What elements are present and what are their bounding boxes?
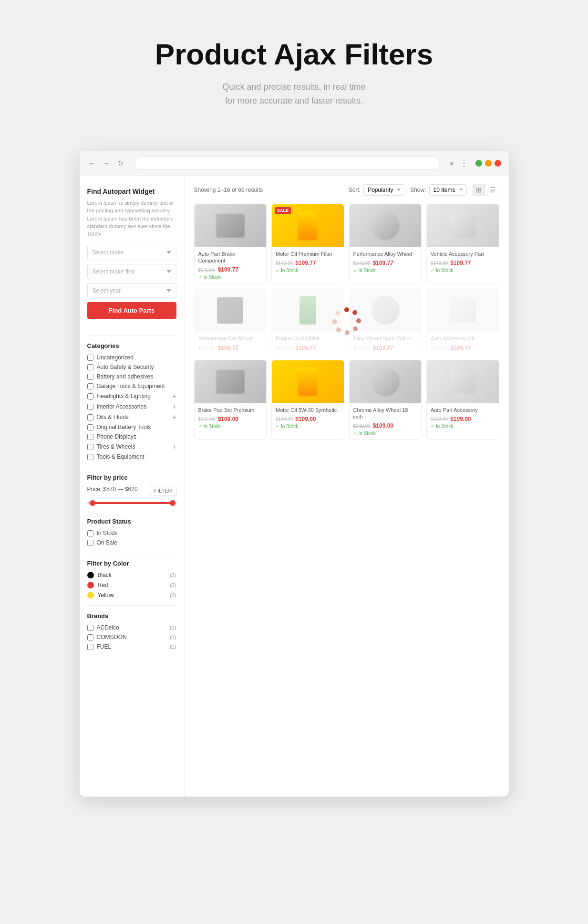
color-red-label: Red bbox=[98, 582, 108, 588]
categories-title: Categories bbox=[87, 342, 176, 349]
status-in-stock: In Stock bbox=[87, 530, 176, 536]
minimize-button[interactable] bbox=[485, 160, 492, 167]
category-garage-checkbox[interactable] bbox=[87, 383, 93, 389]
sort-controls: Sort: Popularity bbox=[349, 184, 404, 196]
hero-title: Product Ajax Filters bbox=[10, 38, 578, 71]
stock-status: In Stock bbox=[353, 430, 418, 436]
product-status-section: Product Status In Stock On Sale bbox=[87, 518, 176, 546]
sort-select[interactable]: Popularity bbox=[363, 184, 404, 196]
brand-comsoon-checkbox[interactable] bbox=[87, 634, 93, 640]
list-view-icon: ☰ bbox=[490, 186, 496, 194]
svg-point-0 bbox=[344, 307, 349, 312]
category-headlights-checkbox[interactable] bbox=[87, 393, 93, 399]
new-price: $109.77 bbox=[450, 345, 471, 351]
expand-tires-icon[interactable]: + bbox=[172, 443, 176, 451]
category-uncategorized-checkbox[interactable] bbox=[87, 355, 93, 361]
brand-acdelco-checkbox[interactable] bbox=[87, 625, 93, 631]
grid-view-button[interactable]: ⊞ bbox=[473, 184, 485, 196]
old-price: $142.00 bbox=[431, 345, 448, 350]
address-bar[interactable] bbox=[134, 157, 440, 170]
category-auto-safety-checkbox[interactable] bbox=[87, 364, 93, 370]
browser-window: ← → ↻ ★ ⋮ Find Autopart Widget Lorem Ips… bbox=[80, 151, 509, 797]
product-image bbox=[350, 360, 422, 403]
brand-comsoon: COMSOON (1) bbox=[87, 634, 176, 640]
products-grid-row1: Auto Part Brake Component $142.00 $109.7… bbox=[194, 204, 499, 284]
category-interior: Interior Accessories + bbox=[87, 403, 176, 410]
product-card: Chrome Alloy Wheel 18 inch $149.00 $109.… bbox=[349, 360, 422, 440]
category-oils-checkbox[interactable] bbox=[87, 414, 93, 420]
product-thumbnail bbox=[450, 214, 476, 238]
select-year-dropdown[interactable]: Select year bbox=[87, 283, 176, 298]
color-swatch-yellow[interactable] bbox=[87, 592, 94, 598]
old-price: $142.00 bbox=[431, 261, 448, 266]
expand-oils-icon[interactable]: + bbox=[172, 413, 176, 421]
price-slider-thumb-left[interactable] bbox=[90, 500, 95, 506]
svg-point-1 bbox=[352, 310, 357, 315]
product-name: Motor Oil 5W-30 Synthetic bbox=[276, 407, 340, 413]
brand-fuel-checkbox[interactable] bbox=[87, 644, 93, 650]
product-price: $142.00 $109.00 bbox=[198, 416, 263, 422]
loading-spinner bbox=[330, 305, 363, 338]
product-price: $142.00 $109.77 bbox=[276, 345, 340, 351]
status-in-stock-checkbox[interactable] bbox=[87, 530, 93, 536]
new-price: $109.00 bbox=[295, 416, 316, 422]
color-yellow: Yellow (2) bbox=[87, 592, 176, 598]
show-label: Show: bbox=[410, 187, 426, 193]
show-controls: Show: 10 Items bbox=[410, 184, 466, 196]
category-uncategorized: Uncategorized bbox=[87, 354, 176, 361]
color-black-label: Black bbox=[98, 572, 112, 578]
back-button[interactable]: ← bbox=[87, 158, 97, 168]
show-select[interactable]: 10 Items bbox=[429, 184, 467, 196]
category-tools-checkbox[interactable] bbox=[87, 454, 93, 460]
filter-price-section: Filter by price Price: $570 — $620 FILTE… bbox=[87, 474, 176, 504]
category-tires-checkbox[interactable] bbox=[87, 444, 93, 450]
filter-color-title: Filter by Color bbox=[87, 560, 176, 567]
category-oils: Oils & Fluids + bbox=[87, 413, 176, 421]
product-price: $109.00 $109.00 bbox=[431, 416, 495, 422]
category-garage: Garage Tools & Equipment bbox=[87, 383, 176, 389]
autopart-widget: Find Autopart Widget Lorem Ipsum is simp… bbox=[87, 188, 176, 329]
product-price: $149.00 $109.00 bbox=[353, 422, 418, 429]
spinner-svg bbox=[330, 305, 363, 338]
color-swatch-red[interactable] bbox=[87, 582, 94, 588]
category-phone-checkbox[interactable] bbox=[87, 434, 93, 440]
bookmark-icon[interactable]: ★ bbox=[449, 159, 455, 167]
status-on-sale-checkbox[interactable] bbox=[87, 540, 93, 546]
expand-headlights-icon[interactable]: + bbox=[172, 392, 176, 400]
old-price: $142.00 bbox=[276, 345, 293, 350]
filter-price-button[interactable]: FILTER bbox=[150, 486, 176, 495]
select-make-first-dropdown[interactable]: Select make first bbox=[87, 264, 176, 279]
select-make-dropdown[interactable]: Select make bbox=[87, 245, 176, 260]
list-view-button[interactable]: ☰ bbox=[487, 184, 499, 196]
product-card: Vehicle Accessory Part $142.00 $109.77 I… bbox=[426, 204, 499, 284]
maximize-button[interactable] bbox=[475, 160, 482, 167]
product-info: Auto Part Brake Component $142.00 $109.7… bbox=[195, 247, 267, 284]
svg-point-3 bbox=[353, 326, 358, 331]
status-on-sale: On Sale bbox=[87, 539, 176, 546]
svg-point-6 bbox=[332, 319, 337, 324]
forward-button[interactable]: → bbox=[102, 158, 111, 168]
product-thumbnail bbox=[216, 214, 245, 238]
product-price: $142.00 $109.77 bbox=[353, 260, 418, 266]
expand-interior-icon[interactable]: + bbox=[172, 403, 176, 410]
price-slider-thumb-right[interactable] bbox=[170, 500, 175, 506]
product-thumbnail bbox=[371, 296, 400, 325]
category-battery-checkbox[interactable] bbox=[87, 374, 93, 380]
refresh-button[interactable]: ↻ bbox=[116, 158, 125, 168]
close-button[interactable] bbox=[495, 160, 501, 167]
svg-point-7 bbox=[336, 311, 340, 315]
new-price: $109.77 bbox=[373, 260, 393, 266]
product-name: Auto Part Accessory bbox=[431, 407, 495, 413]
product-thumbnail bbox=[371, 211, 400, 240]
product-thumbnail bbox=[217, 297, 243, 324]
more-menu-icon[interactable]: ⋮ bbox=[460, 158, 469, 168]
product-card: Auto Part Accessory $109.00 $109.00 In S… bbox=[426, 360, 499, 440]
grid-view-icon: ⊞ bbox=[476, 186, 482, 194]
product-image bbox=[272, 360, 344, 403]
color-swatch-black[interactable] bbox=[87, 572, 94, 578]
sidebar: Find Autopart Widget Lorem Ipsum is simp… bbox=[80, 176, 185, 797]
view-toggle: ⊞ ☰ bbox=[473, 184, 499, 196]
category-original-battery-checkbox[interactable] bbox=[87, 424, 93, 430]
find-auto-parts-button[interactable]: Find Auto Parts bbox=[87, 302, 176, 319]
category-interior-checkbox[interactable] bbox=[87, 404, 93, 410]
